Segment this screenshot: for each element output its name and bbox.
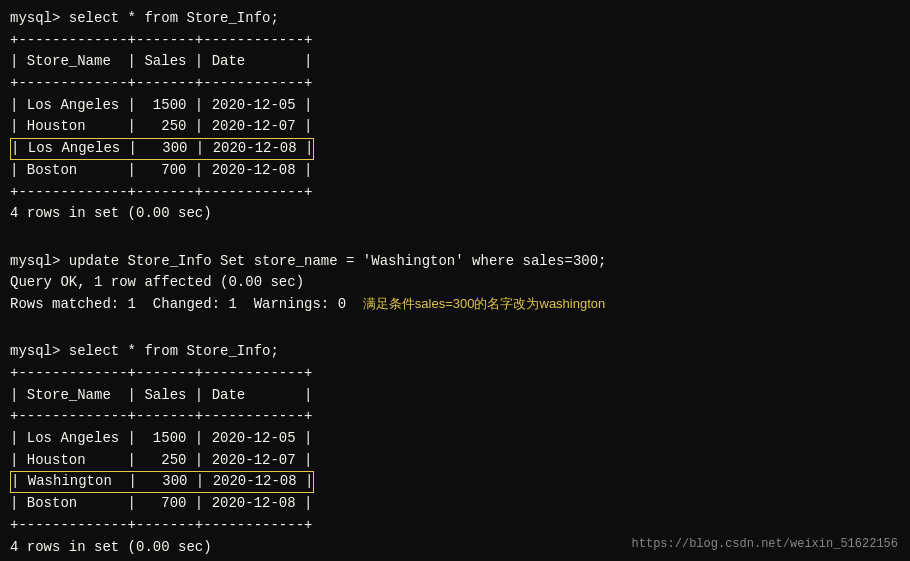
table-header-1: | Store_Name | Sales | Date | <box>10 51 900 73</box>
table-border-6: +-------------+-------+------------+ <box>10 515 900 537</box>
table-border-3: +-------------+-------+------------+ <box>10 182 900 204</box>
watermark: https://blog.csdn.net/weixin_51622156 <box>632 537 898 551</box>
terminal: mysql> select * from Store_Info; +------… <box>0 0 910 561</box>
blank-2 <box>10 320 900 342</box>
table-border-4: +-------------+-------+------------+ <box>10 363 900 385</box>
query-ok: Query OK, 1 row affected (0.00 sec) <box>10 272 900 294</box>
row-boston-1: | Boston | 700 | 2020-12-08 | <box>10 160 900 182</box>
sql-command-1: mysql> select * from Store_Info; <box>10 8 900 30</box>
row-los-angeles-2: | Los Angeles | 300 | 2020-12-08 | <box>10 138 314 160</box>
row-boston-2: | Boston | 700 | 2020-12-08 | <box>10 493 900 515</box>
table-header-2: | Store_Name | Sales | Date | <box>10 385 900 407</box>
block1: mysql> select * from Store_Info; +------… <box>10 8 900 225</box>
row-los-angeles-1: | Los Angeles | 1500 | 2020-12-05 | <box>10 95 900 117</box>
blank-1 <box>10 229 900 251</box>
row-los-angeles-3: | Los Angeles | 1500 | 2020-12-05 | <box>10 428 900 450</box>
annotation: 满足条件sales=300的名字改为washington <box>363 296 605 311</box>
table-border-1: +-------------+-------+------------+ <box>10 30 900 52</box>
sql-command-2: mysql> select * from Store_Info; <box>10 341 900 363</box>
row-houston-2: | Houston | 250 | 2020-12-07 | <box>10 450 900 472</box>
rows-matched: Rows matched: 1 Changed: 1 Warnings: 0 满… <box>10 294 900 316</box>
row-houston-1: | Houston | 250 | 2020-12-07 | <box>10 116 900 138</box>
table-border-5: +-------------+-------+------------+ <box>10 406 900 428</box>
table-border-2: +-------------+-------+------------+ <box>10 73 900 95</box>
row-washington: | Washington | 300 | 2020-12-08 | <box>10 471 314 493</box>
result-count-1: 4 rows in set (0.00 sec) <box>10 203 900 225</box>
block2: mysql> update Store_Info Set store_name … <box>10 251 900 316</box>
sql-update: mysql> update Store_Info Set store_name … <box>10 251 900 273</box>
block3: mysql> select * from Store_Info; +------… <box>10 341 900 558</box>
